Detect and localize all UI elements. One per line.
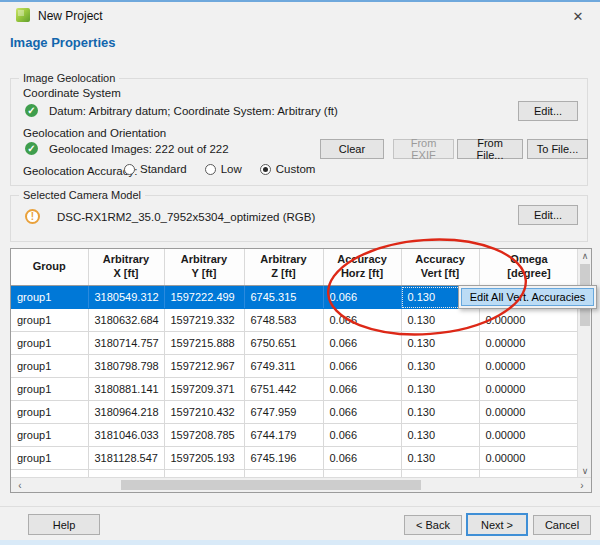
col-header-arbitrary-y[interactable]: ArbitraryY [ft] [164, 249, 244, 286]
col-header-accuracy-horz[interactable]: AccuracyHorz [ft] [323, 249, 401, 286]
table-cell[interactable]: 0.00000 [479, 447, 579, 470]
accuracy-radio-group: StandardLowCustom [124, 163, 315, 175]
next-button[interactable]: Next > [466, 513, 528, 536]
col-header-accuracy-vert[interactable]: AccuracyVert [ft] [401, 249, 479, 286]
table-cell[interactable]: 1597222.499 [164, 286, 244, 309]
col-header-arbitrary-z[interactable]: ArbitraryZ [ft] [244, 249, 323, 286]
table-cell[interactable]: group1 [11, 332, 88, 355]
table-cell[interactable]: 0.066 [323, 355, 401, 378]
geolocated-images-text: Geolocated Images: 222 out of 222 [49, 143, 229, 155]
title-bar[interactable]: New Project ✕ [0, 2, 600, 28]
from-file-button[interactable]: From File... [457, 139, 523, 159]
radio-circle-icon[interactable] [205, 164, 216, 175]
table-cell[interactable]: 1597208.785 [164, 424, 244, 447]
table-cell[interactable]: group1 [11, 401, 88, 424]
table-cell[interactable]: 0.130 [401, 401, 479, 424]
table-cell[interactable]: 3181046.033 [88, 424, 164, 447]
table-cell[interactable]: group1 [11, 447, 88, 470]
table-cell[interactable]: 0.130 [401, 447, 479, 470]
scroll-right-icon[interactable]: › [575, 478, 589, 492]
table-cell[interactable]: 0.066 [323, 332, 401, 355]
table-cell[interactable]: 0.00000 [479, 355, 579, 378]
scroll-left-icon[interactable]: ‹ [13, 478, 27, 492]
image-geolocation-group: Image Geolocation Coordinate System ✓ Da… [10, 78, 588, 186]
table-cell[interactable]: 6750.651 [244, 332, 323, 355]
table-cell[interactable]: 1597212.967 [164, 355, 244, 378]
edit-coordinate-system-button[interactable]: Edit... [518, 101, 578, 121]
help-button[interactable]: Help [28, 514, 100, 535]
radio-low[interactable]: Low [205, 163, 242, 175]
table-cell[interactable]: 6751.442 [244, 378, 323, 401]
table-cell[interactable]: group1 [11, 286, 88, 309]
table-cell[interactable]: 0.130 [401, 332, 479, 355]
table-cell[interactable]: group1 [11, 378, 88, 401]
radio-label: Custom [276, 163, 316, 175]
table-cell[interactable]: 1597215.888 [164, 332, 244, 355]
table-cell[interactable]: 1597205.193 [164, 447, 244, 470]
table-cell[interactable]: 0.066 [323, 424, 401, 447]
table-row[interactable]: group13180798.7981597212.9676749.3110.06… [11, 355, 579, 378]
table-cell[interactable]: 0.00000 [479, 378, 579, 401]
table-cell[interactable]: 0.130 [401, 424, 479, 447]
table-cell[interactable]: 0.130 [401, 309, 479, 332]
table-cell[interactable]: 3181128.547 [88, 447, 164, 470]
close-icon[interactable]: ✕ [568, 6, 588, 26]
table-cell[interactable]: 0.066 [323, 286, 401, 309]
table-row[interactable]: group13181128.5471597205.1936745.1960.06… [11, 447, 579, 470]
table-cell[interactable]: 3180881.141 [88, 378, 164, 401]
table-cell[interactable]: group1 [11, 309, 88, 332]
clear-button[interactable]: Clear [320, 139, 384, 159]
table-cell[interactable]: 6748.583 [244, 309, 323, 332]
edit-camera-button[interactable]: Edit... [518, 205, 578, 225]
check-icon: ✓ [25, 142, 38, 155]
scroll-up-icon[interactable]: ∧ [578, 249, 592, 263]
table-cell[interactable]: 3180714.757 [88, 332, 164, 355]
radio-circle-icon[interactable] [124, 164, 135, 175]
table-cell[interactable]: group1 [11, 355, 88, 378]
table-cell[interactable]: 1597219.332 [164, 309, 244, 332]
table-cell[interactable]: 1597209.371 [164, 378, 244, 401]
col-header-omega[interactable]: Omega[degree] [479, 249, 579, 286]
back-button[interactable]: < Back [404, 515, 462, 535]
table-cell[interactable]: 0.130 [401, 378, 479, 401]
warning-icon: ! [25, 209, 40, 224]
radio-standard[interactable]: Standard [124, 163, 187, 175]
table-cell[interactable]: 0.00000 [479, 424, 579, 447]
table-cell[interactable]: 6745.196 [244, 447, 323, 470]
vertical-scrollbar[interactable]: ∧ ∨ [577, 249, 591, 478]
horizontal-scrollbar[interactable]: ‹ › [11, 477, 591, 492]
table-cell[interactable]: 0.066 [323, 401, 401, 424]
col-header-group[interactable]: Group [11, 249, 88, 286]
table-row[interactable]: group13180714.7571597215.8886750.6510.06… [11, 332, 579, 355]
menu-item-edit-all-vert-accuracies[interactable]: Edit All Vert. Accuracies [461, 288, 594, 306]
table-cell[interactable]: 0.00000 [479, 401, 579, 424]
table-row[interactable]: group13180632.6841597219.3326748.5830.06… [11, 309, 579, 332]
table-cell[interactable]: 1597210.432 [164, 401, 244, 424]
table-cell[interactable]: 0.00000 [479, 309, 579, 332]
table-cell[interactable]: 0.066 [323, 309, 401, 332]
table-cell[interactable]: 0.00000 [479, 332, 579, 355]
table-cell[interactable]: 6747.959 [244, 401, 323, 424]
scroll-down-icon[interactable]: ∨ [578, 464, 592, 478]
table-cell[interactable]: 6749.311 [244, 355, 323, 378]
table-row[interactable]: group13180881.1411597209.3716751.4420.06… [11, 378, 579, 401]
table-cell[interactable]: 0.066 [323, 447, 401, 470]
table-cell[interactable]: 3180549.312 [88, 286, 164, 309]
col-header-arbitrary-x[interactable]: ArbitraryX [ft] [88, 249, 164, 286]
table-cell[interactable]: 0.130 [401, 355, 479, 378]
table-cell[interactable]: 3180964.218 [88, 401, 164, 424]
table-cell[interactable]: 0.066 [323, 378, 401, 401]
table-cell[interactable]: 6744.179 [244, 424, 323, 447]
table-row[interactable]: group13180964.2181597210.4326747.9590.06… [11, 401, 579, 424]
pix4d-project-icon [16, 8, 30, 22]
table-cell[interactable]: 6745.315 [244, 286, 323, 309]
table-cell[interactable]: 3180632.684 [88, 309, 164, 332]
radio-circle-icon[interactable] [260, 164, 271, 175]
horizontal-scroll-thumb[interactable] [121, 480, 421, 490]
to-file-button[interactable]: To File... [527, 139, 588, 159]
radio-custom[interactable]: Custom [260, 163, 316, 175]
table-cell[interactable]: group1 [11, 424, 88, 447]
table-cell[interactable]: 3180798.798 [88, 355, 164, 378]
table-row[interactable]: group13181046.0331597208.7856744.1790.06… [11, 424, 579, 447]
cancel-button[interactable]: Cancel [533, 515, 591, 535]
